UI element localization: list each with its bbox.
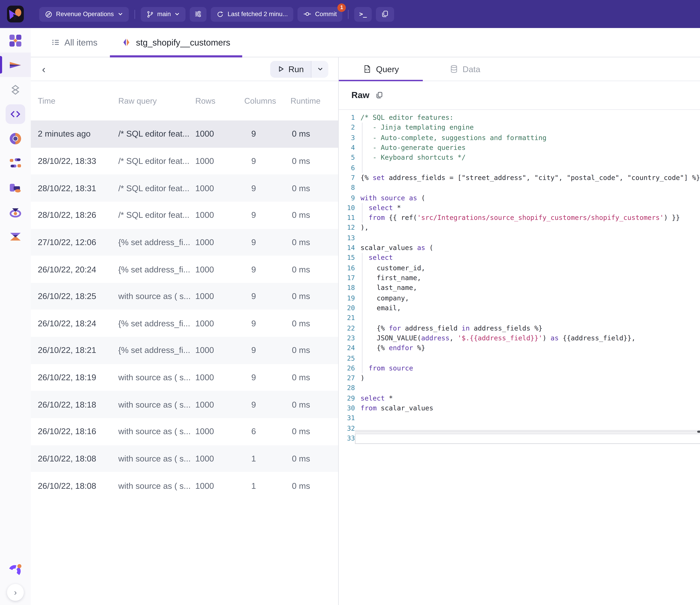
- code-line: 3 - Auto-complete, suggestions and forma…: [339, 133, 700, 143]
- history-cell: 0 ms: [291, 345, 334, 355]
- line-number: 8: [339, 183, 355, 193]
- fetch-status-button[interactable]: Last fetched 2 minu...: [211, 7, 293, 21]
- query-history-panel: ‹ Run Time Raw query Rows: [31, 57, 339, 605]
- history-cell: /* SQL editor feat...: [118, 183, 195, 193]
- sidebar-item-triangles[interactable]: [0, 224, 31, 248]
- send-icon: [8, 58, 22, 72]
- history-cell: with source as ( s...: [118, 481, 195, 490]
- fetch-status-label: Last fetched 2 minu...: [227, 10, 288, 18]
- line-content: - Auto-generate queries: [360, 143, 466, 153]
- run-button[interactable]: Run: [270, 60, 328, 77]
- tab-data[interactable]: Data: [423, 57, 507, 80]
- line-number: 20: [339, 303, 355, 313]
- tab-all-items[interactable]: All items: [43, 28, 106, 57]
- code-line: 31: [339, 413, 700, 424]
- line-content: ): [360, 373, 365, 383]
- line-number: 24: [339, 343, 355, 353]
- sidebar-expand-button[interactable]: ›: [7, 584, 24, 601]
- settings-sliders-button[interactable]: [190, 7, 206, 21]
- history-cell: with source as ( s...: [118, 400, 195, 410]
- history-row[interactable]: 26/10/22, 18:19with source as ( s...1000…: [31, 364, 338, 391]
- code-line: 30from scalar_values: [339, 403, 700, 413]
- history-row[interactable]: 27/10/22, 12:06{% set address_fi...10009…: [31, 229, 338, 256]
- branch-selector[interactable]: main: [141, 7, 185, 21]
- main-body: ‹ Run Time Raw query Rows: [31, 57, 700, 605]
- sidebar-item-modules[interactable]: [0, 28, 31, 52]
- line-content: - Auto-complete, suggestions and formatt…: [360, 133, 547, 143]
- line-content: select *: [360, 393, 393, 404]
- history-row[interactable]: 26/10/22, 18:21{% set address_fi...10009…: [31, 337, 338, 364]
- history-cell: 26/10/22, 18:08: [38, 454, 118, 464]
- history-cell: 1000: [195, 372, 244, 382]
- app-logo-icon[interactable]: [7, 6, 24, 22]
- history-row[interactable]: 2 minutes ago/* SQL editor feat...100090…: [31, 120, 338, 147]
- history-row[interactable]: 28/10/22, 18:31/* SQL editor feat...1000…: [31, 174, 338, 201]
- history-cell: 1: [244, 481, 291, 490]
- files-button[interactable]: [376, 7, 394, 21]
- history-row[interactable]: 28/10/22, 18:33/* SQL editor feat...1000…: [31, 147, 338, 174]
- history-cell: 26/10/22, 18:24: [38, 318, 118, 328]
- code-line: 32: [339, 424, 700, 433]
- commit-label: Commit: [315, 10, 337, 18]
- commit-button[interactable]: Commit: [298, 7, 343, 21]
- code-line: 27): [339, 373, 700, 383]
- line-number: 22: [339, 323, 355, 333]
- line-number: 25: [339, 353, 355, 363]
- toolbar-left: Revenue Operations main Last fetched 2 m…: [39, 7, 394, 21]
- history-cell: 1000: [195, 183, 244, 193]
- history-row[interactable]: 26/10/22, 18:16with source as ( s...1000…: [31, 418, 338, 445]
- line-number: 2: [339, 123, 355, 133]
- play-icon: [277, 65, 285, 73]
- file-code-icon: [363, 65, 372, 74]
- code-line: 8: [339, 183, 700, 193]
- history-row[interactable]: 26/10/22, 20:24{% set address_fi...10009…: [31, 256, 338, 283]
- sidebar-item-donut[interactable]: [0, 126, 31, 150]
- sidebar-item-target[interactable]: [0, 199, 31, 224]
- line-content: select *: [360, 203, 401, 213]
- code-line: 24 {% endfor %}: [339, 343, 700, 353]
- history-rows: 2 minutes ago/* SQL editor feat...100090…: [31, 120, 338, 605]
- sidebar-item-send[interactable]: [0, 52, 31, 77]
- history-cell: 9: [244, 264, 291, 274]
- line-number: 6: [339, 163, 355, 173]
- sidebar-item-blocks[interactable]: [0, 150, 31, 175]
- history-row[interactable]: 26/10/22, 18:08with source as ( s...1000…: [31, 472, 338, 499]
- line-number: 5: [339, 153, 355, 163]
- line-content: /* SQL editor features:: [360, 113, 453, 123]
- raw-code-editor[interactable]: 1/* SQL editor features:2 - Jinja templa…: [339, 110, 700, 605]
- history-cell: with source as ( s...: [118, 454, 195, 464]
- history-toolbar: ‹ Run: [31, 57, 338, 81]
- toolbar-separator: [348, 9, 349, 19]
- copy-icon[interactable]: [375, 91, 383, 99]
- tab-stg-shopify-customers[interactable]: stg_shopify__customers: [110, 28, 242, 57]
- history-row[interactable]: 26/10/22, 18:18with source as ( s...1000…: [31, 391, 338, 418]
- history-cell: 9: [244, 400, 291, 410]
- run-options-button[interactable]: [311, 60, 328, 77]
- sidebar-item-lineage[interactable]: [0, 77, 31, 101]
- history-cell: {% set address_fi...: [118, 237, 195, 247]
- history-cell: 28/10/22, 18:26: [38, 210, 118, 220]
- history-cell: 0 ms: [291, 372, 334, 382]
- line-number: 23: [339, 333, 355, 343]
- left-sidebar: ›: [0, 28, 31, 605]
- chevron-down-icon: [174, 11, 180, 17]
- line-content: customer_id,: [360, 263, 425, 273]
- history-cell: 1000: [195, 481, 244, 490]
- code-line: 12),: [339, 223, 700, 233]
- history-row[interactable]: 26/10/22, 18:08with source as ( s...1000…: [31, 445, 338, 472]
- project-switcher[interactable]: Revenue Operations: [39, 7, 128, 21]
- line-content: - Jinja templating engine: [360, 123, 474, 133]
- history-cell: 0 ms: [291, 264, 334, 274]
- terminal-button[interactable]: >_: [354, 7, 372, 21]
- y42-logo-icon: [8, 562, 23, 578]
- history-row[interactable]: 26/10/22, 18:24{% set address_fi...10009…: [31, 310, 338, 337]
- history-row[interactable]: 26/10/22, 18:25with source as ( s...1000…: [31, 283, 338, 310]
- history-row[interactable]: 28/10/22, 18:26/* SQL editor feat...1000…: [31, 202, 338, 229]
- sliders-icon: [194, 10, 202, 18]
- sidebar-item-chart[interactable]: [0, 175, 31, 199]
- line-content: from source: [360, 363, 413, 373]
- sidebar-item-code-editor[interactable]: [0, 101, 31, 126]
- git-commit-icon: [303, 10, 311, 18]
- back-button[interactable]: ‹: [42, 64, 46, 74]
- tab-query[interactable]: Query: [339, 57, 423, 80]
